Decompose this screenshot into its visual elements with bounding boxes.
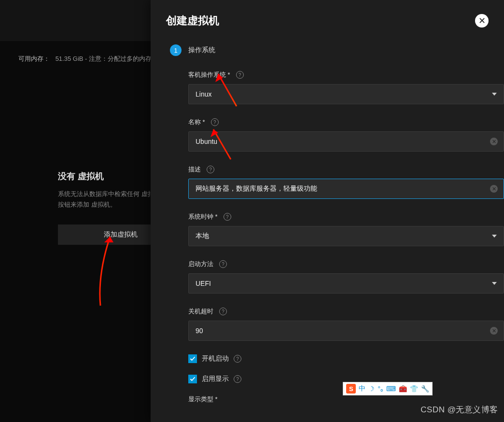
help-icon[interactable]: ?	[224, 213, 231, 221]
field-autostart: 开机启动 ?	[188, 354, 504, 363]
help-icon[interactable]: ?	[211, 118, 219, 126]
watermark-text: CSDN @无意义博客	[420, 404, 498, 415]
field-name: 名称 * ? ✕	[188, 118, 504, 152]
help-icon[interactable]: ?	[234, 375, 241, 383]
boot-select[interactable]: UEFI	[188, 273, 504, 294]
field-description: 描述 ? ✕	[188, 165, 504, 199]
keyboard-icon[interactable]: ⌨	[386, 385, 396, 393]
clear-icon[interactable]: ✕	[490, 327, 498, 335]
memory-label: 可用内存：	[18, 55, 50, 62]
field-guest-os: 客机操作系统 * ? Linux	[188, 70, 504, 104]
shirt-icon[interactable]: 👕	[410, 385, 418, 393]
guest-os-value: Linux	[196, 90, 211, 98]
display-checkbox[interactable]	[188, 375, 197, 383]
boot-label: 启动方法	[188, 260, 213, 268]
close-icon[interactable]: ✕	[475, 14, 489, 28]
chevron-down-icon	[492, 235, 497, 238]
description-label: 描述	[188, 165, 201, 174]
form-section: 客机操作系统 * ? Linux 名称 * ? ✕	[170, 70, 504, 404]
ime-toolbar[interactable]: S 中 ☽ °ₒ ⌨ 🧰 👕 🔧	[343, 382, 433, 395]
clock-label: 系统时钟 *	[188, 212, 218, 221]
autostart-checkbox[interactable]	[188, 354, 197, 363]
guest-os-select[interactable]: Linux	[188, 84, 504, 104]
ime-lang-toggle[interactable]: 中	[359, 384, 365, 393]
memory-value: 51.35 GiB - 注意：分配过多的内存可能	[56, 55, 164, 62]
guest-os-label: 客机操作系统 *	[188, 70, 230, 79]
field-shutdown: 关机超时 ? ✕	[188, 307, 504, 341]
clear-icon[interactable]: ✕	[490, 138, 498, 145]
step-number-badge: 1	[170, 44, 182, 56]
name-label: 名称 *	[188, 118, 205, 127]
shutdown-input[interactable]	[196, 327, 497, 335]
display-label: 启用显示	[202, 375, 229, 383]
sogou-logo-icon[interactable]: S	[346, 384, 356, 394]
wrench-icon[interactable]: 🔧	[421, 385, 429, 393]
boot-value: UEFI	[196, 280, 211, 287]
modal-header: 创建虚拟机 ✕	[151, 0, 504, 40]
shutdown-input-wrapper: ✕	[188, 321, 504, 341]
clock-select[interactable]: 本地	[188, 226, 504, 246]
modal-title: 创建虚拟机	[166, 14, 219, 28]
name-input-wrapper: ✕	[188, 131, 504, 152]
step-title: 操作系统	[188, 46, 215, 55]
shutdown-label: 关机超时	[188, 307, 213, 316]
field-boot: 启动方法 ? UEFI	[188, 260, 504, 294]
modal-body: 1 操作系统 客机操作系统 * ? Linux 名称 * ?	[151, 40, 504, 422]
field-display-type: 显示类型 *	[188, 395, 504, 404]
name-input[interactable]	[196, 138, 497, 145]
toolbox-icon[interactable]: 🧰	[399, 385, 407, 393]
description-input[interactable]	[196, 185, 497, 193]
help-icon[interactable]: ?	[219, 308, 227, 315]
display-type-label: 显示类型 *	[188, 395, 218, 404]
chevron-down-icon	[492, 93, 497, 96]
description-input-wrapper: ✕	[188, 179, 504, 199]
step-header: 1 操作系统	[170, 44, 504, 56]
clock-value: 本地	[196, 232, 209, 240]
help-icon[interactable]: ?	[219, 260, 227, 268]
help-icon[interactable]: ?	[236, 71, 244, 79]
create-vm-modal: 创建虚拟机 ✕ 1 操作系统 客机操作系统 * ? Linux	[151, 0, 504, 422]
field-clock: 系统时钟 * ? 本地	[188, 212, 504, 246]
clear-icon[interactable]: ✕	[490, 185, 498, 193]
punct-icon[interactable]: °ₒ	[378, 385, 383, 393]
help-icon[interactable]: ?	[207, 166, 214, 173]
autostart-label: 开机启动	[202, 354, 229, 363]
moon-icon[interactable]: ☽	[368, 385, 375, 393]
help-icon[interactable]: ?	[234, 355, 241, 363]
chevron-down-icon	[492, 282, 497, 285]
